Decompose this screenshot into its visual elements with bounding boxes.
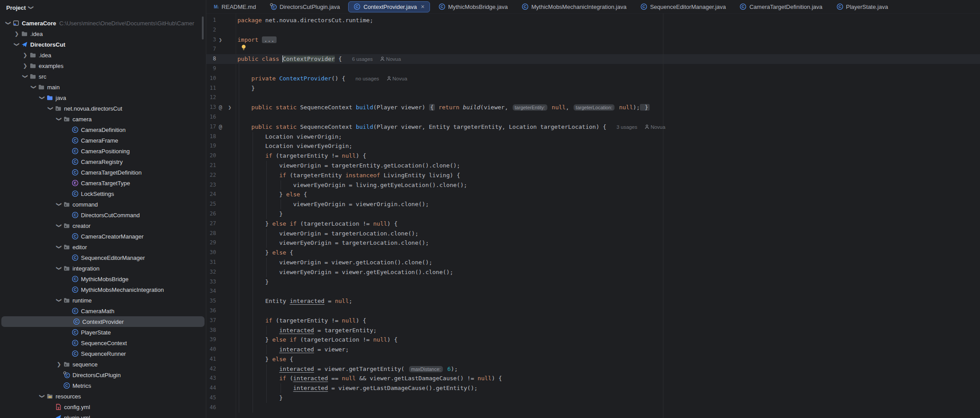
code-line-25[interactable]: 25 viewerEyeOrigin = viewerOrigin.clone(… bbox=[206, 199, 980, 209]
editor-tab-readme-md[interactable]: M↓README.md bbox=[209, 1, 261, 12]
tree-item-contextprovider[interactable]: CContextProvider bbox=[1, 316, 205, 327]
chevron-collapsed-icon[interactable]: ❯ bbox=[21, 52, 29, 58]
code-line-7[interactable]: 7 bbox=[206, 44, 980, 54]
code-line-21[interactable]: 21 viewerOrigin = targeterEntity.getLoca… bbox=[206, 161, 980, 171]
code-line-8[interactable]: 8public class ContextProvider { 6 usages… bbox=[206, 54, 980, 64]
folded-brace[interactable]: } bbox=[640, 104, 650, 111]
code-line-37[interactable]: 37 if (targeterEntity != null) { bbox=[206, 316, 980, 326]
code-line-11[interactable]: 11 } bbox=[206, 84, 980, 93]
tree-item-directorscutcommand[interactable]: CDirectorsCutCommand bbox=[0, 210, 206, 220]
chevron-expanded-icon[interactable]: ❯ bbox=[56, 265, 62, 272]
code-line-24[interactable]: 24 } else { bbox=[206, 190, 980, 199]
chevron-expanded-icon[interactable]: ❯ bbox=[31, 84, 37, 91]
tree-item-cameraframe[interactable]: CCameraFrame bbox=[0, 135, 206, 146]
tree-item-playerstate[interactable]: CPlayerState bbox=[0, 327, 206, 338]
tree-item-config-yml[interactable]: yconfig.yml bbox=[0, 402, 206, 412]
code-line-43[interactable]: 43 if (interacted == null && viewer.getL… bbox=[206, 374, 980, 383]
code-line-23[interactable]: 23 viewerEyeOrigin = living.getEyeLocati… bbox=[206, 180, 980, 190]
close-icon[interactable]: × bbox=[421, 4, 424, 10]
code-line-40[interactable]: 40 interacted = viewer; bbox=[206, 345, 980, 354]
annotation-and-fold-icons[interactable]: @ ❯ bbox=[219, 103, 236, 112]
chevron-expanded-icon[interactable]: ❯ bbox=[56, 297, 62, 304]
tree-item-sequenceeditormanager[interactable]: CSequenceEditorManager bbox=[0, 252, 206, 263]
code-line-36[interactable]: 36 bbox=[206, 306, 980, 316]
tree-item-cameradefinition[interactable]: CCameraDefinition bbox=[0, 124, 206, 135]
tree-item-src[interactable]: ❯src bbox=[0, 71, 206, 82]
tree-item--idea[interactable]: ❯.idea bbox=[0, 28, 206, 39]
code-line-30[interactable]: 30 } else { bbox=[206, 248, 980, 258]
tree-item-cameracreatormanager[interactable]: CCameraCreatorManager bbox=[0, 231, 206, 242]
chevron-expanded-icon[interactable]: ❯ bbox=[22, 73, 28, 80]
editor-tab-mythicmobsmechanicintegration-java[interactable]: CMythicMobsMechanicIntegration.java bbox=[516, 1, 632, 12]
tree-item-integration[interactable]: ❯integration bbox=[0, 263, 206, 274]
tree-item-directorscut[interactable]: ❯DirectorsCut bbox=[0, 39, 206, 50]
code-line-22[interactable]: 22 if (targeterEntity instanceof LivingE… bbox=[206, 171, 980, 180]
tree-item-cameraregistry[interactable]: CCameraRegistry bbox=[0, 156, 206, 167]
code-line-45[interactable]: 45 } bbox=[206, 393, 980, 403]
editor-tab-directorscutplugin-java[interactable]: CDirectorsCutPlugin.java bbox=[265, 1, 345, 12]
editor-tab-contextprovider-java[interactable]: CContextProvider.java× bbox=[348, 1, 430, 12]
chevron-expanded-icon[interactable]: ❯ bbox=[56, 201, 62, 208]
code-line-3[interactable]: 3❯import ... bbox=[206, 35, 980, 45]
tree-item-sequence[interactable]: ❯sequence bbox=[0, 359, 206, 370]
tree-item-main[interactable]: ❯main bbox=[0, 82, 206, 92]
chevron-expanded-icon[interactable]: ❯ bbox=[56, 243, 62, 251]
editor-tab-sequenceeditormanager-java[interactable]: CSequenceEditorManager.java bbox=[635, 1, 731, 12]
code-line-44[interactable]: 44 interacted = viewer.getLastDamageCaus… bbox=[206, 383, 980, 393]
chevron-expanded-icon[interactable]: ❯ bbox=[39, 393, 45, 400]
tree-item-cameratargettype[interactable]: ECameraTargetType bbox=[0, 178, 206, 188]
tree-item-sequencecontext[interactable]: CSequenceContext bbox=[0, 338, 206, 348]
code-line-17[interactable]: 17@ public static SequenceContext build(… bbox=[206, 122, 980, 132]
tree-item-locksettings[interactable]: CLockSettings bbox=[0, 188, 206, 199]
tree-item-cameracore[interactable]: ❯CameraCoreC:\Users\minec\OneDrive\Docum… bbox=[0, 18, 206, 28]
tree-item-cameratargetdefinition[interactable]: CCameraTargetDefinition bbox=[0, 167, 206, 178]
chevron-expanded-icon[interactable]: ❯ bbox=[48, 105, 54, 112]
code-line-42[interactable]: 42 interacted = viewer.getTargetEntity( … bbox=[206, 364, 980, 374]
fold-arrow-icon[interactable]: ❯ bbox=[219, 35, 236, 45]
code-line-10[interactable]: 10 private ContextProvider() { no usages… bbox=[206, 74, 980, 84]
chevron-expanded-icon[interactable]: ❯ bbox=[56, 222, 62, 230]
code-line-28[interactable]: 28 viewerOrigin = targeterLocation.clone… bbox=[206, 229, 980, 239]
chevron-collapsed-icon[interactable]: ❯ bbox=[21, 63, 29, 69]
code-line-1[interactable]: 1package net.novua.directorsCut.runtime; bbox=[206, 16, 980, 25]
code-line-18[interactable]: 18 Location viewerOrigin; bbox=[206, 132, 980, 142]
chevron-expanded-icon[interactable]: ❯ bbox=[14, 41, 20, 48]
folded-imports[interactable]: ... bbox=[262, 36, 277, 43]
code-line-33[interactable]: 33 } bbox=[206, 277, 980, 287]
project-panel-header[interactable]: Project ❯ bbox=[0, 0, 206, 15]
code-line-19[interactable]: 19 Location viewerEyeOrigin; bbox=[206, 141, 980, 151]
editor-tab-playerstate-java[interactable]: CPlayerState.java bbox=[831, 1, 894, 12]
tree-item-camera[interactable]: ❯camera bbox=[0, 114, 206, 124]
chevron-expanded-icon[interactable]: ❯ bbox=[39, 94, 45, 102]
tree-item-creator[interactable]: ❯creator bbox=[0, 220, 206, 231]
chevron-expanded-icon[interactable]: ❯ bbox=[56, 115, 62, 123]
code-line-27[interactable]: 27 } else if (targeterLocation != null) … bbox=[206, 219, 980, 229]
tree-item-mythicmobsbridge[interactable]: CMythicMobsBridge bbox=[0, 274, 206, 284]
tree-item-directorscutplugin[interactable]: CDirectorsCutPlugin bbox=[0, 370, 206, 380]
tree-scrollbar[interactable] bbox=[202, 16, 204, 40]
tree-item-editor[interactable]: ❯editor bbox=[0, 242, 206, 252]
code-editor[interactable]: 1package net.novua.directorsCut.runtime;… bbox=[206, 13, 980, 418]
tree-item-plugin-yml[interactable]: plugin.yml bbox=[0, 412, 206, 418]
code-line-31[interactable]: 31 viewerOrigin = viewer.getLocation().c… bbox=[206, 258, 980, 267]
tree-item-sequencerunner[interactable]: CSequenceRunner bbox=[0, 348, 206, 359]
folded-brace[interactable]: { bbox=[429, 104, 435, 111]
code-line-46[interactable]: 46 bbox=[206, 403, 980, 413]
code-line-16[interactable]: 16 bbox=[206, 112, 980, 122]
code-line-34[interactable]: 34 bbox=[206, 287, 980, 296]
editor-tab-mythicmobsbridge-java[interactable]: CMythicMobsBridge.java bbox=[433, 1, 513, 12]
annotation-gutter-icon[interactable]: @ bbox=[219, 122, 236, 132]
tree-item-camerapositioning[interactable]: CCameraPositioning bbox=[0, 146, 206, 156]
code-line-38[interactable]: 38 interacted = targeterEntity; bbox=[206, 326, 980, 335]
tree-item-mythicmobsmechanicintegration[interactable]: CMythicMobsMechanicIntegration bbox=[0, 284, 206, 295]
code-line-13[interactable]: 13@ ❯ public static SequenceContext buil… bbox=[206, 103, 980, 112]
code-line-2[interactable]: 2 bbox=[206, 25, 980, 35]
code-line-12[interactable]: 12 bbox=[206, 93, 980, 103]
code-line-20[interactable]: 20 if (targeterEntity != null) { bbox=[206, 151, 980, 161]
tree-item-resources[interactable]: ❯resources bbox=[0, 391, 206, 402]
code-line-35[interactable]: 35 Entity interacted = null; bbox=[206, 296, 980, 306]
tree-item-java[interactable]: ❯java bbox=[0, 92, 206, 103]
tree-item-examples[interactable]: ❯examples bbox=[0, 60, 206, 71]
tree-item-net-novua-directorscut[interactable]: ❯net.novua.directorsCut bbox=[0, 103, 206, 114]
code-line-9[interactable]: 9 bbox=[206, 64, 980, 74]
